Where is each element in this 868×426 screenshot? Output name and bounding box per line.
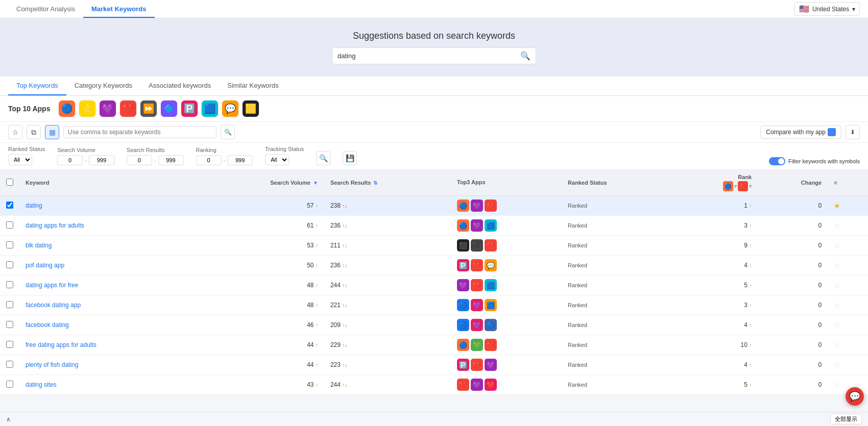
tab-competitor-analysis[interactable]: Competitor Analysis <box>8 1 83 18</box>
tab-similar-keywords[interactable]: Similar Keywords <box>219 77 286 95</box>
ranked-badge: Ranked <box>568 203 587 209</box>
top10-app-8[interactable]: 🟦 <box>201 100 219 117</box>
keyword-input[interactable] <box>63 126 216 138</box>
row-checkbox[interactable] <box>6 381 13 388</box>
save-filter-btn[interactable]: 💾 <box>343 151 357 165</box>
keyword-search-btn[interactable]: 🔍 <box>221 125 235 139</box>
search-results-max[interactable] <box>158 155 184 165</box>
top3-app-icon-0: ❤️ <box>457 379 469 391</box>
star-filter-btn[interactable]: ☆ <box>8 125 22 139</box>
rank-cell: 10 ↑ <box>671 335 758 355</box>
tab-category-keywords[interactable]: Category Keywords <box>66 77 140 95</box>
star-btn[interactable]: ☆ <box>834 341 840 349</box>
row-checkbox[interactable] <box>6 261 13 268</box>
search-filter-btn[interactable]: 🔍 <box>316 151 330 165</box>
change-cell: 0 <box>758 256 828 275</box>
table-row: dating57 ↑238 ↑↓🔵💜❤️Ranked1 ↑0★ <box>0 196 868 216</box>
top3-app-icon-1: ❤️ <box>471 359 483 371</box>
header-search-results[interactable]: Search Results ⇅ <box>324 170 451 196</box>
search-results-controls: - <box>127 155 184 165</box>
top10-app-10[interactable]: 🟨 <box>242 100 259 117</box>
compare-with-myapp-btn[interactable]: Compare with my app <box>760 126 841 139</box>
top3-app-icon-1: ❤️ <box>471 259 483 271</box>
star-cell: ☆ <box>828 295 868 315</box>
download-btn[interactable]: ⬇ <box>846 125 860 139</box>
top3-app-icon-2: 🔵 <box>485 319 497 331</box>
star-btn[interactable]: ☆ <box>834 281 840 289</box>
star-btn[interactable]: ☆ <box>834 241 840 249</box>
table-row: blk dating53 ↑211 ↑↓⬛⬛❤️Ranked9 ↑0☆ <box>0 236 868 256</box>
tab-market-keywords[interactable]: Market Keywords <box>83 1 155 18</box>
star-btn[interactable]: ☆ <box>834 381 840 389</box>
row-checkbox[interactable] <box>6 341 13 348</box>
star-btn[interactable]: ☆ <box>834 321 840 329</box>
rank-value: 5 <box>744 381 748 388</box>
ranked-badge: Ranked <box>568 222 587 229</box>
select-all-checkbox[interactable] <box>6 179 13 186</box>
grid-filter-btn[interactable]: ▦ <box>45 125 59 139</box>
row-checkbox[interactable] <box>6 361 13 368</box>
tab-top-keywords[interactable]: Top Keywords <box>8 77 66 95</box>
ranked-status-cell: Ranked <box>562 256 671 275</box>
row-checkbox[interactable] <box>6 202 13 209</box>
ranking-controls: - <box>196 155 253 165</box>
copy-btn[interactable]: ⧉ <box>27 125 41 139</box>
change-cell: 0 <box>758 216 828 236</box>
volume-value: 48 <box>307 302 314 309</box>
top10-app-7[interactable]: 🅿️ <box>181 100 198 117</box>
flag-icon: 🇺🇸 <box>799 4 809 14</box>
row-checkbox[interactable] <box>6 221 13 229</box>
star-btn[interactable]: ☆ <box>834 261 840 269</box>
rank-cell: 1 ↑ <box>671 196 758 216</box>
filter-symbols-switch[interactable] <box>769 157 785 165</box>
ranked-status-cell: Ranked <box>562 335 671 355</box>
search-results-cell: 223 ↑↓ <box>324 355 451 375</box>
volume-trend-icon: ↑ <box>316 382 318 388</box>
ranking-max[interactable] <box>227 155 253 165</box>
star-btn[interactable]: ★ <box>834 202 840 210</box>
results-trend-down: ↓ <box>345 243 347 248</box>
ranking-min[interactable] <box>196 155 222 165</box>
header-search-volume[interactable]: Search Volume ▼ <box>196 170 324 196</box>
search-icon[interactable]: 🔍 <box>520 51 531 61</box>
ranked-status-select[interactable]: All <box>8 154 32 165</box>
star-btn[interactable]: ☆ <box>834 361 840 369</box>
search-input[interactable] <box>337 52 520 60</box>
ranked-status-cell: Ranked <box>562 315 671 335</box>
top10-app-1[interactable]: 🔵 <box>58 100 76 117</box>
top10-app-5[interactable]: ⏩ <box>140 100 157 117</box>
search-volume-cell: 53 ↑ <box>196 236 324 256</box>
region-selector[interactable]: 🇺🇸 United States ▾ <box>794 2 860 16</box>
top10-app-3[interactable]: 💜 <box>99 100 116 117</box>
row-checkbox[interactable] <box>6 241 13 248</box>
header-ranked-status: Ranked Status <box>562 170 671 196</box>
search-volume-cell: 46 ↑ <box>196 315 324 335</box>
star-btn[interactable]: ☆ <box>834 221 840 230</box>
top3-app-icon-0: 🅿️ <box>457 359 469 371</box>
top10-app-9[interactable]: 💬 <box>222 100 239 117</box>
filter-row: Ranked Status All Search Volume - Search… <box>0 143 868 170</box>
top10-app-4[interactable]: ❤️ <box>119 100 137 117</box>
results-trend-down: ↓ <box>345 223 347 229</box>
row-checkbox[interactable] <box>6 301 13 308</box>
star-btn[interactable]: ☆ <box>834 301 840 309</box>
top3-app-icon-1: ⬛ <box>471 239 483 252</box>
header-menu[interactable]: ≡ <box>828 170 868 196</box>
tab-associated-keywords[interactable]: Associated keywords <box>140 77 219 95</box>
search-volume-controls: - <box>57 155 114 165</box>
ranking-label: Ranking <box>196 147 253 153</box>
results-trend-down: ↓ <box>345 263 347 268</box>
results-value: 236 <box>330 262 341 269</box>
search-volume-max[interactable] <box>89 155 114 165</box>
volume-value: 46 <box>307 321 314 329</box>
top3-app-icon-2: ❤️ <box>485 339 497 351</box>
row-checkbox[interactable] <box>6 321 13 328</box>
search-volume-min[interactable] <box>57 155 83 165</box>
top10-app-6[interactable]: 🔷 <box>160 100 178 117</box>
row-checkbox[interactable] <box>6 281 13 288</box>
compare-app-icon <box>828 128 836 136</box>
search-results-min[interactable] <box>127 155 152 165</box>
tracking-status-select[interactable]: All <box>265 154 289 165</box>
top10-app-2[interactable]: ⭐ <box>79 100 96 117</box>
keyword-cell: dating apps for free <box>19 275 196 295</box>
